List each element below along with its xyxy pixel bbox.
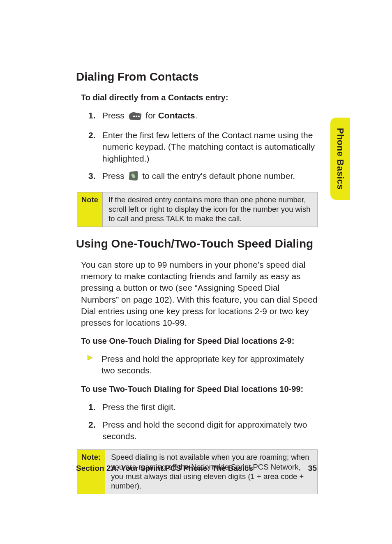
talk-key-icon bbox=[128, 171, 139, 184]
side-tab-label: Phone Basics bbox=[334, 128, 346, 190]
page-footer: Section 2A: Your Sprint PCS Phone: The B… bbox=[76, 463, 317, 474]
heading-dialing-from-contacts: Dialing From Contacts bbox=[76, 69, 318, 85]
contacts-label: Contacts bbox=[158, 111, 195, 120]
svg-marker-3 bbox=[88, 355, 92, 360]
step-text: Press for Contacts. bbox=[102, 110, 318, 124]
step-number: 3. bbox=[88, 170, 102, 184]
page-content: Dialing From Contacts To dial directly f… bbox=[76, 66, 318, 503]
step-text: Press to call the entry's default phone … bbox=[102, 170, 318, 184]
text-fragment: for bbox=[145, 111, 158, 120]
side-tab: Phone Basics bbox=[330, 118, 350, 200]
speed-dial-paragraph: You can store up to 99 numbers in your p… bbox=[81, 259, 318, 329]
intro-two-touch: To use Two-Touch Dialing for Speed Dial … bbox=[81, 384, 318, 395]
text-fragment: to call the entry's default phone number… bbox=[142, 171, 295, 181]
step-text: Press the first digit. bbox=[102, 401, 318, 413]
svg-point-2 bbox=[138, 116, 140, 117]
step-number: 2. bbox=[88, 130, 102, 164]
svg-point-1 bbox=[136, 116, 137, 117]
intro-one-touch: To use One-Touch Dialing for Speed Dial … bbox=[81, 336, 318, 347]
step-number: 1. bbox=[88, 110, 102, 124]
one-touch-list: Press and hold the appropriate key for a… bbox=[88, 353, 318, 377]
footer-page-number: 35 bbox=[308, 463, 317, 474]
note-box: Note If the desired entry contains more … bbox=[77, 192, 318, 227]
svg-point-0 bbox=[133, 116, 135, 117]
softkey-dots-icon bbox=[128, 111, 142, 124]
text-fragment: . bbox=[195, 111, 198, 120]
steps-dial-from-contacts: 1. Press for Contacts. 2. Enter the firs… bbox=[88, 110, 318, 185]
intro-dial-from-contacts: To dial directly from a Contacts entry: bbox=[81, 92, 318, 103]
step-number: 2. bbox=[88, 419, 102, 442]
note-body: If the desired entry contains more than … bbox=[103, 192, 317, 227]
step-text: Press and hold the second digit for appr… bbox=[102, 419, 318, 442]
step-number: 1. bbox=[88, 401, 102, 413]
step-text: Enter the first few letters of the Conta… bbox=[102, 130, 318, 164]
steps-two-touch: 1. Press the first digit. 2. Press and h… bbox=[88, 401, 318, 442]
note-label: Note bbox=[77, 192, 103, 227]
text-fragment: Press bbox=[102, 171, 127, 181]
text-fragment: Press bbox=[102, 111, 127, 120]
heading-speed-dialing: Using One-Touch/Two-Touch Speed Dialing bbox=[76, 236, 318, 252]
triangle-bullet-icon bbox=[88, 353, 101, 377]
footer-section-label: Section 2A: Your Sprint PCS Phone: The B… bbox=[76, 463, 253, 474]
list-item-text: Press and hold the appropriate key for a… bbox=[101, 353, 318, 377]
